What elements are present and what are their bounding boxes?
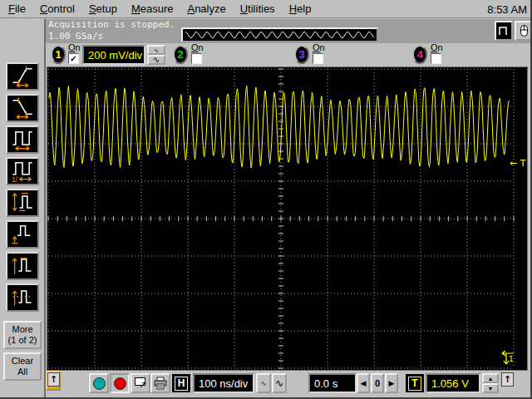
svg-text:1/: 1/	[12, 176, 18, 182]
menu-setup[interactable]: Setup	[89, 2, 117, 15]
sine-small-icon: ∿	[154, 47, 159, 53]
sample-rate: 1.00 GSa/s	[48, 31, 103, 42]
channel-1-scale-up-button[interactable]: ∿	[147, 45, 165, 55]
sine-large-icon: ∿	[153, 55, 160, 64]
menu-utilities[interactable]: Utilities	[240, 2, 275, 15]
trigger-level-down-button[interactable]: ▼	[482, 383, 499, 393]
mouse-mode-button[interactable]	[515, 21, 532, 41]
memory-waveform-icon	[183, 29, 377, 41]
fall-time-icon	[8, 96, 37, 119]
position-zero-button[interactable]: 0	[371, 373, 384, 393]
channel-4-badge[interactable]: 4	[412, 45, 427, 64]
menu-bar: File Control Setup Measure Analyze Utili…	[0, 0, 532, 18]
pulse-mode-icon	[497, 24, 510, 37]
print-icon	[153, 377, 168, 390]
channel-2-on-checkbox[interactable]	[191, 53, 202, 64]
bottom-bar: ↑ H 100 ns/div ∿ ∿ ↑ 0.0 s ◀ 0 ▶ T 1.056…	[46, 371, 532, 397]
v-average-icon	[8, 285, 37, 308]
h-label: H	[175, 377, 189, 391]
screen-capture-icon	[134, 377, 148, 390]
measure-rise-time-button[interactable]	[6, 62, 39, 91]
measure-vavg-button[interactable]	[6, 283, 39, 312]
print-button[interactable]	[150, 373, 170, 393]
t-label: T	[408, 377, 421, 391]
measure-vpp-button[interactable]	[6, 189, 39, 217]
acquisition-status: Acquisition is stopped.	[48, 19, 175, 30]
channel-1-scale-down-button[interactable]: ∿	[147, 55, 165, 65]
channel-1-badge[interactable]: 1	[51, 45, 66, 64]
expand-left-button[interactable]: ↑	[47, 372, 60, 387]
channel-2-on-label: On	[191, 43, 204, 52]
measure-toolbar: 1/ More (1 of 2)	[0, 19, 46, 399]
channel-4-on-checkbox[interactable]	[431, 53, 441, 64]
position-left-button[interactable]: ◀	[357, 373, 370, 393]
menu-control[interactable]: Control	[40, 2, 75, 15]
channel-1-scale-display[interactable]: 200 mV/div	[82, 45, 145, 65]
clock: 8:53 AM	[487, 3, 527, 16]
horizontal-setup-button[interactable]: H	[172, 374, 190, 392]
trigger-setup-button[interactable]: T	[406, 374, 424, 392]
channel-1-on-label: On	[68, 43, 81, 52]
rise-time-icon	[8, 64, 37, 87]
channel-3-badge[interactable]: 3	[294, 45, 309, 64]
pulse-mode-button[interactable]	[495, 21, 513, 41]
stop-icon	[114, 377, 126, 390]
menu-analyze[interactable]: Analyze	[187, 2, 225, 15]
v-minimum-icon	[8, 222, 37, 245]
channel-4-on-label: On	[431, 43, 443, 52]
timebase-expand-button[interactable]: ∿	[272, 373, 287, 393]
measure-vmax-button[interactable]	[6, 252, 39, 280]
pulse-width-icon	[8, 127, 37, 150]
sine-large-icon: ∿	[275, 377, 283, 389]
stop-button[interactable]	[110, 373, 130, 393]
v-peak-to-peak-icon	[8, 190, 37, 214]
scope-display[interactable]: ← T1	[47, 66, 528, 371]
waveform-memory-bar	[181, 27, 378, 42]
v-maximum-icon	[8, 254, 37, 277]
screen-capture-button[interactable]	[131, 373, 150, 393]
scope-canvas[interactable]: ← T1	[47, 67, 527, 370]
svg-text:1: 1	[509, 355, 514, 363]
menu-file[interactable]: File	[8, 2, 26, 15]
menu-measure[interactable]: Measure	[131, 2, 174, 15]
sine-small-icon: ∿	[261, 380, 267, 387]
measure-vmin-button[interactable]	[6, 220, 39, 249]
more-page-label: (1 of 2)	[8, 335, 37, 345]
timebase-display[interactable]: 100 ns/div	[193, 373, 254, 393]
clear-all-button[interactable]: Clear All	[3, 352, 42, 381]
trigger-level-up-button[interactable]: ▲	[482, 373, 499, 383]
channel-1-on-checkbox[interactable]: ✓	[68, 53, 79, 64]
clear-all-label: All	[17, 367, 27, 377]
frequency-icon: 1/	[8, 159, 37, 182]
channel-3-on-checkbox[interactable]	[313, 53, 323, 64]
measure-pulse-width-button[interactable]	[6, 126, 39, 154]
horizontal-position-display[interactable]: 0.0 s	[308, 373, 357, 393]
measure-fall-time-button[interactable]	[6, 94, 39, 122]
menu-help[interactable]: Help	[289, 2, 312, 15]
expand-right-button[interactable]: ↑	[501, 372, 514, 387]
channel-3-on-label: On	[313, 43, 325, 52]
trigger-level-display[interactable]: 1.056 V	[426, 373, 480, 393]
run-icon	[93, 377, 106, 390]
measure-frequency-button[interactable]: 1/	[6, 157, 39, 185]
more-label: More	[12, 324, 32, 334]
timebase-compress-button[interactable]: ∿	[256, 373, 271, 393]
channel-2-badge[interactable]: 2	[173, 45, 188, 64]
status-bar: Acquisition is stopped. 1.00 GSa/s	[46, 19, 532, 43]
channel-bar: 1 On ✓ 200 mV/div ∿ ∿ 2 On 3 On 4 On	[46, 43, 532, 66]
svg-text:← T: ← T	[510, 158, 526, 169]
clear-label: Clear	[12, 356, 33, 366]
more-measurements-button[interactable]: More (1 of 2)	[3, 321, 42, 349]
position-right-button[interactable]: ▶	[385, 373, 398, 393]
mouse-mode-icon	[517, 24, 530, 37]
run-button[interactable]	[89, 373, 109, 393]
